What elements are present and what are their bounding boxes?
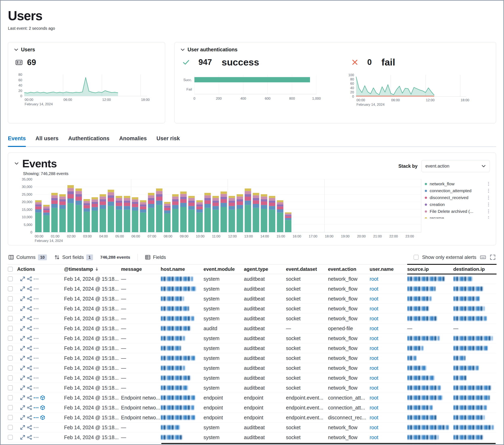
- more-actions-icon[interactable]: [34, 318, 38, 319]
- header-user-name[interactable]: user.name: [370, 265, 407, 274]
- more-actions-icon[interactable]: [34, 437, 38, 438]
- expand-event-icon[interactable]: [20, 405, 25, 410]
- row-checkbox[interactable]: [8, 336, 13, 341]
- row-checkbox[interactable]: [8, 425, 13, 430]
- more-actions-icon[interactable]: [34, 338, 38, 339]
- legend-item-menu-icon[interactable]: [487, 202, 490, 207]
- analyze-event-icon[interactable]: [27, 375, 32, 381]
- expand-event-icon[interactable]: [20, 286, 25, 291]
- more-actions-icon[interactable]: [34, 348, 38, 349]
- user-name-link[interactable]: root: [370, 306, 378, 312]
- row-checkbox[interactable]: [8, 326, 13, 331]
- row-checkbox[interactable]: [8, 346, 13, 351]
- expand-event-icon[interactable]: [20, 375, 25, 381]
- header-timestamp[interactable]: @timestamp: [64, 265, 121, 274]
- expand-event-icon[interactable]: [20, 435, 25, 440]
- expand-event-icon[interactable]: [20, 336, 25, 341]
- events-collapse-chevron-icon[interactable]: [14, 161, 19, 166]
- row-checkbox[interactable]: [8, 306, 13, 311]
- expand-event-icon[interactable]: [20, 316, 25, 321]
- legend-item-menu-icon[interactable]: [487, 181, 490, 186]
- legend-item[interactable]: network_flow: [425, 180, 490, 187]
- header-host-name[interactable]: host.name: [161, 265, 203, 274]
- horizontal-scrollbar[interactable]: [161, 443, 496, 444]
- legend-item-menu-icon[interactable]: [487, 216, 490, 218]
- analyze-event-icon[interactable]: [27, 415, 32, 420]
- legend-item-menu-icon[interactable]: [487, 195, 490, 200]
- more-actions-icon[interactable]: [34, 377, 38, 378]
- user-name-link[interactable]: root: [370, 425, 378, 430]
- user-name-link[interactable]: root: [370, 445, 378, 445]
- more-actions-icon[interactable]: [34, 358, 38, 359]
- analyze-event-icon[interactable]: [27, 365, 32, 371]
- expand-event-icon[interactable]: [20, 395, 25, 400]
- fullscreen-icon[interactable]: [490, 254, 496, 260]
- header-event-action[interactable]: event.action: [328, 265, 370, 274]
- more-actions-icon[interactable]: [34, 298, 38, 299]
- row-checkbox[interactable]: [8, 296, 13, 301]
- row-checkbox[interactable]: [8, 405, 13, 410]
- analyze-event-icon[interactable]: [27, 346, 32, 351]
- user-name-link[interactable]: root: [370, 385, 378, 391]
- expand-event-icon[interactable]: [20, 306, 25, 311]
- fields-button[interactable]: Fields: [145, 254, 166, 260]
- more-actions-icon[interactable]: [34, 328, 38, 329]
- sort-fields-button[interactable]: Sort fields 1: [54, 254, 93, 260]
- keyboard-shortcuts-icon[interactable]: [480, 254, 486, 260]
- analyze-event-icon[interactable]: [27, 425, 32, 430]
- external-alerts-checkbox[interactable]: [414, 255, 418, 260]
- analyze-event-icon[interactable]: [27, 336, 32, 341]
- tab-events[interactable]: Events: [8, 135, 26, 142]
- more-actions-icon[interactable]: [34, 397, 38, 398]
- user-name-link[interactable]: root: [370, 276, 378, 282]
- columns-button[interactable]: Columns 10: [8, 254, 47, 260]
- user-name-link[interactable]: root: [370, 405, 378, 411]
- row-checkbox[interactable]: [8, 286, 13, 291]
- expand-event-icon[interactable]: [20, 296, 25, 301]
- analyze-event-icon[interactable]: [27, 435, 32, 440]
- legend-item[interactable]: connection_attempted: [425, 187, 490, 194]
- analyze-event-icon[interactable]: [27, 296, 32, 301]
- legend-item-menu-icon[interactable]: [487, 188, 490, 193]
- more-actions-icon[interactable]: [34, 407, 38, 408]
- header-destination-ip[interactable]: destination.ip: [453, 265, 497, 274]
- user-name-link[interactable]: root: [370, 434, 378, 440]
- tab-all-users[interactable]: All users: [36, 135, 59, 142]
- row-checkbox[interactable]: [8, 375, 13, 380]
- analyze-event-icon[interactable]: [27, 405, 32, 410]
- row-checkbox[interactable]: [8, 385, 13, 390]
- auth-panel-collapse-chevron-icon[interactable]: [180, 47, 185, 52]
- user-name-link[interactable]: root: [370, 415, 378, 421]
- row-checkbox[interactable]: [8, 276, 13, 281]
- expand-event-icon[interactable]: [20, 326, 25, 331]
- user-name-link[interactable]: root: [370, 326, 378, 331]
- row-checkbox[interactable]: [8, 366, 13, 371]
- analyze-event-icon[interactable]: [27, 306, 32, 311]
- legend-item[interactable]: disconnect_received: [425, 194, 490, 201]
- users-panel-collapse-chevron-icon[interactable]: [14, 47, 18, 52]
- header-message[interactable]: message: [121, 265, 161, 274]
- row-checkbox[interactable]: [8, 356, 13, 360]
- legend-item-menu-icon[interactable]: [487, 209, 490, 214]
- analyze-event-icon[interactable]: [27, 286, 32, 291]
- legend-item[interactable]: creation: [425, 201, 490, 208]
- user-name-link[interactable]: root: [370, 395, 378, 401]
- analyze-event-icon[interactable]: [27, 316, 32, 321]
- expand-event-icon[interactable]: [20, 276, 25, 282]
- tab-authentications[interactable]: Authentications: [68, 135, 109, 142]
- legend-item[interactable]: File Delete archived (...: [425, 208, 490, 215]
- legend-item[interactable]: rename: [425, 215, 490, 218]
- header-source-ip[interactable]: source.ip: [407, 265, 453, 274]
- row-checkbox[interactable]: [8, 395, 13, 400]
- analyze-event-icon[interactable]: [27, 385, 32, 391]
- analyze-event-icon[interactable]: [27, 276, 32, 282]
- user-name-link[interactable]: root: [370, 316, 378, 321]
- user-name-link[interactable]: root: [370, 286, 378, 292]
- user-name-link[interactable]: root: [370, 345, 378, 351]
- user-name-link[interactable]: root: [370, 296, 378, 302]
- more-actions-icon[interactable]: [34, 417, 38, 418]
- expand-event-icon[interactable]: [20, 356, 25, 361]
- user-name-link[interactable]: root: [370, 375, 378, 381]
- analyze-event-icon[interactable]: [27, 356, 32, 361]
- more-actions-icon[interactable]: [34, 387, 38, 388]
